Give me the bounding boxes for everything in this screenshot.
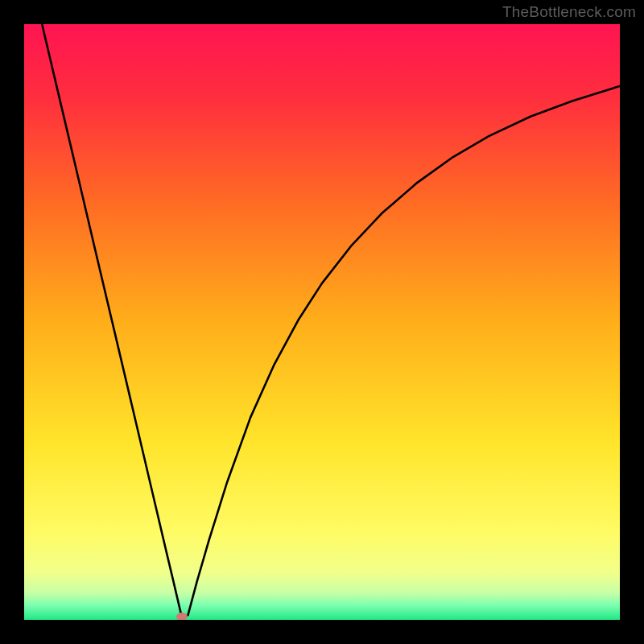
minimum-marker xyxy=(176,613,188,620)
watermark-text: TheBottleneck.com xyxy=(502,3,636,21)
chart-frame: TheBottleneck.com xyxy=(0,0,644,644)
curve-line xyxy=(24,24,620,620)
plot-area xyxy=(24,24,620,620)
